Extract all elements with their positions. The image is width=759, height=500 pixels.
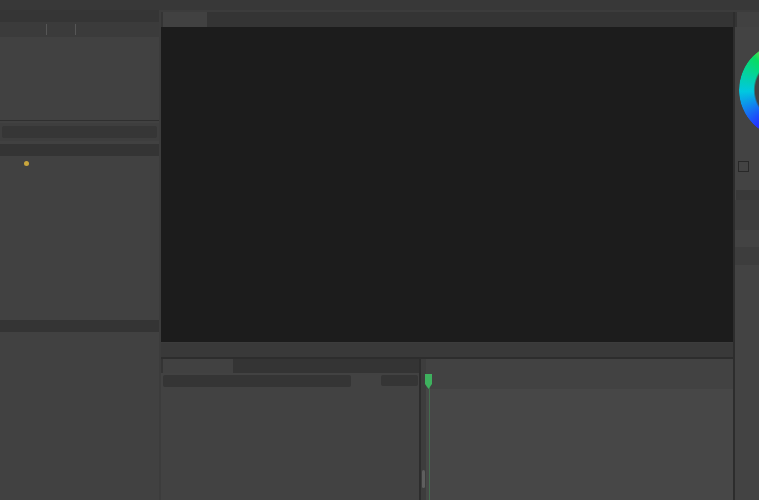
tab-color[interactable] <box>737 12 759 27</box>
library-swatch-1[interactable] <box>736 203 746 213</box>
color-wheel[interactable] <box>739 42 759 138</box>
tab-default[interactable] <box>736 190 759 200</box>
playhead[interactable] <box>424 374 433 390</box>
timeline <box>421 359 759 500</box>
frame-field[interactable] <box>381 375 418 386</box>
search-input[interactable] <box>178 376 343 386</box>
ae-search-field[interactable] <box>2 126 157 138</box>
title-bar <box>0 0 759 10</box>
shape-toolbar <box>161 343 733 357</box>
pw-search-field[interactable] <box>163 375 351 387</box>
color-panel <box>735 12 759 500</box>
app-window <box>0 0 759 500</box>
artwork-maze-pattern <box>310 45 580 315</box>
scrollbar-handle[interactable] <box>422 470 425 488</box>
compositions-header <box>0 22 159 37</box>
playhead-line <box>429 387 430 500</box>
timeline-ruler[interactable] <box>421 359 759 389</box>
ae-tab-dot[interactable] <box>24 161 29 166</box>
ae2-header <box>0 320 159 332</box>
tab-project-window[interactable] <box>163 359 233 373</box>
left-panel <box>0 10 159 500</box>
tab-viewport[interactable] <box>163 12 207 27</box>
library-swatch-2[interactable] <box>749 203 759 213</box>
viewport-canvas[interactable] <box>161 27 733 342</box>
ae-header <box>0 144 159 156</box>
current-color-swatch[interactable] <box>738 161 749 172</box>
compositions-tabstrip <box>0 10 159 22</box>
pw-column-header <box>161 390 419 401</box>
